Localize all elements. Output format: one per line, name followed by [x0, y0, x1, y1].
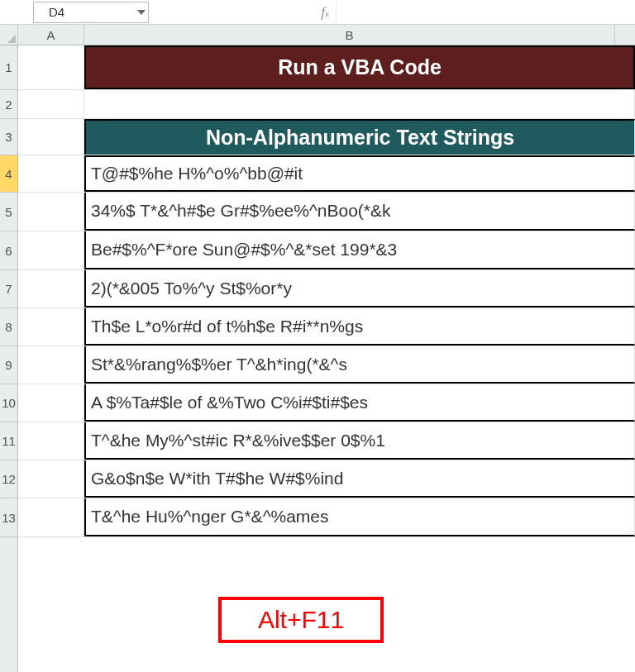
cell-A9[interactable]: [18, 346, 84, 384]
name-box[interactable]: D4: [33, 2, 149, 23]
formula-input[interactable]: [336, 2, 635, 22]
chevron-down-icon[interactable]: [135, 2, 148, 22]
cell-B1[interactable]: Run a VBA Code: [84, 45, 635, 89]
cell-A4[interactable]: [18, 155, 84, 192]
cell-B3[interactable]: Non-Alphanumeric Text Strings: [84, 119, 635, 155]
cell-B2[interactable]: [84, 90, 635, 118]
row-header-3[interactable]: 3: [0, 119, 17, 155]
row-header-4[interactable]: 4: [0, 155, 17, 193]
row-header-11[interactable]: 11: [0, 422, 17, 460]
row-headers: 12345678910111213: [0, 45, 18, 672]
cell-A7[interactable]: [18, 270, 84, 307]
cell-B5[interactable]: 34%$ T*&^h#$e Gr#$%ee%^nBoo(*&k: [84, 193, 635, 231]
fx-icon[interactable]: fx: [314, 4, 336, 21]
row-header-6[interactable]: 6: [0, 231, 17, 270]
cell-B7[interactable]: 2)(*&005 To%^y St$%or*y: [84, 270, 635, 307]
select-all-corner[interactable]: [0, 25, 18, 45]
cell-A11[interactable]: [18, 422, 84, 460]
cells-area[interactable]: Run a VBA CodeNon-Alphanumeric Text Stri…: [18, 45, 635, 672]
cell-B8[interactable]: Th$e L*o%r#d of t%h$e R#i**n%gs: [84, 308, 635, 346]
cell-B9[interactable]: St*&%rang%$%er T^&h*ing(*&^s: [84, 346, 635, 384]
cell-A3[interactable]: [18, 119, 84, 155]
row-header-8[interactable]: 8: [0, 308, 17, 346]
cell-B12[interactable]: G&o$n$e W*ith T#$he W#$%ind: [84, 460, 635, 498]
cell-B13[interactable]: T&^he Hu%^nger G*&^%ames: [84, 498, 635, 536]
row-header-9[interactable]: 9: [0, 346, 17, 384]
cell-A2[interactable]: [18, 90, 84, 118]
row-header-12[interactable]: 12: [0, 460, 17, 498]
name-box-value: D4: [34, 5, 135, 19]
callout-text: Alt+F11: [258, 606, 344, 634]
row-header-13[interactable]: 13: [0, 498, 17, 537]
column-headers: AB: [18, 25, 635, 45]
column-header-B[interactable]: B: [84, 25, 615, 45]
column-header-A[interactable]: A: [18, 25, 84, 45]
cell-A10[interactable]: [18, 384, 84, 422]
row-header-7[interactable]: 7: [0, 270, 17, 308]
row-header-5[interactable]: 5: [0, 193, 17, 231]
cell-B10[interactable]: A $%Ta#$le of &%Two C%i#$ti#$es: [84, 384, 635, 422]
cell-B11[interactable]: T^&he My%^st#ic R*&%ive$$er 0$%1: [84, 422, 635, 460]
cell-A8[interactable]: [18, 308, 84, 346]
cell-A1[interactable]: [18, 45, 84, 89]
cell-B6[interactable]: Be#$%^F*ore Sun@#$%^&*set 199*&3: [84, 231, 635, 269]
row-header-1[interactable]: 1: [0, 45, 17, 90]
callout-shortcut: Alt+F11: [218, 597, 384, 643]
cell-B4[interactable]: T@#$%he H%^o%^bb@#it: [84, 155, 635, 192]
row-header-2[interactable]: 2: [0, 90, 17, 119]
row-header-10[interactable]: 10: [0, 384, 17, 422]
cell-A12[interactable]: [18, 460, 84, 498]
cell-A6[interactable]: [18, 231, 84, 269]
cell-A5[interactable]: [18, 193, 84, 231]
cell-A13[interactable]: [18, 498, 84, 536]
formula-bar: D4 fx: [0, 0, 635, 25]
